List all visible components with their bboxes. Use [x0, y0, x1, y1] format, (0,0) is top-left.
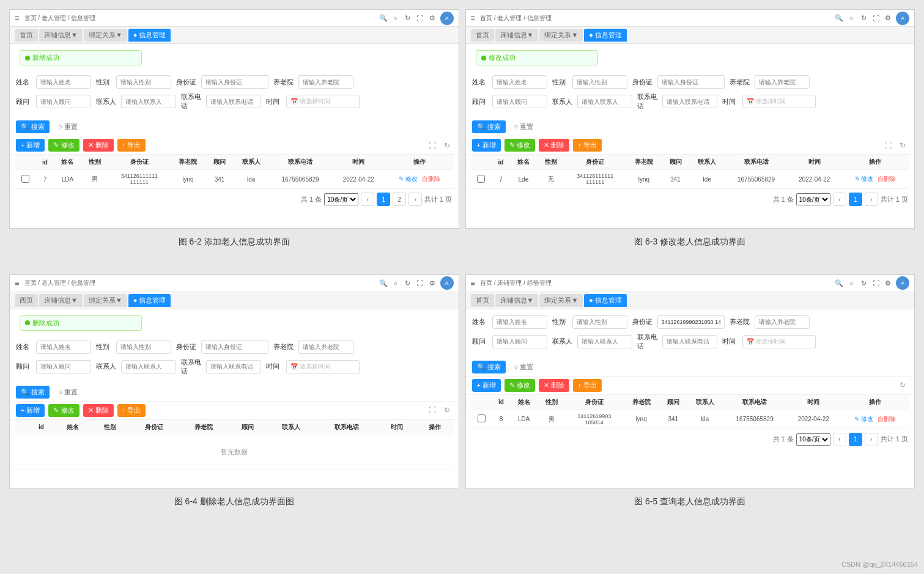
avatar-4[interactable]: A	[896, 276, 909, 290]
tab-bed-2[interactable]: 床铺信息▼	[495, 29, 539, 42]
refresh-table-icon-4[interactable]: ↻	[897, 380, 908, 391]
input-idcard-2[interactable]	[657, 75, 725, 89]
per-page-select-4[interactable]: 10条/页	[796, 433, 830, 446]
refresh-table-icon-3[interactable]: ↻	[442, 405, 453, 416]
op-edit-2-1[interactable]: ✎ 修改	[855, 175, 874, 182]
btn-export-4[interactable]: ↑ 导出	[573, 379, 602, 392]
tab-info-3[interactable]: ● 信息管理	[128, 294, 171, 307]
refresh-table-icon-1[interactable]: ↻	[442, 140, 453, 151]
btn-edit-1[interactable]: ✎ 修改	[48, 139, 79, 152]
input-nursing-2[interactable]	[755, 75, 810, 89]
input-phone-3[interactable]	[206, 360, 261, 373]
input-gender-2[interactable]	[572, 75, 627, 89]
op-delete-1-1[interactable]: 自删除	[422, 175, 440, 182]
input-gender-1[interactable]	[116, 75, 171, 89]
bell-icon-3[interactable]: ○	[391, 279, 400, 287]
search-icon-4[interactable]: 🔍	[835, 279, 843, 287]
search-icon-1[interactable]: 🔍	[379, 14, 388, 23]
input-consultant-2[interactable]	[492, 95, 547, 108]
btn-search-1[interactable]: 🔍 搜索	[16, 120, 50, 133]
btn-export-1[interactable]: ↑ 导出	[117, 139, 146, 152]
input-name-4[interactable]	[492, 315, 547, 329]
page-next-2[interactable]: ›	[865, 193, 878, 206]
input-phone-4[interactable]	[662, 335, 717, 348]
search-icon-3[interactable]: 🔍	[379, 279, 388, 287]
menu-icon-2[interactable]: ≡	[471, 13, 476, 23]
tab-info-4[interactable]: ● 信息管理	[584, 294, 627, 307]
btn-export-2[interactable]: ↑ 导出	[573, 139, 602, 152]
input-idcard-4[interactable]	[657, 315, 725, 329]
avatar-2[interactable]: A	[896, 12, 909, 25]
btn-add-3[interactable]: + 新增	[16, 404, 45, 417]
btn-add-4[interactable]: + 新增	[472, 379, 501, 392]
tab-home-3[interactable]: 西页	[15, 294, 38, 307]
refresh-icon-4[interactable]: ↻	[859, 279, 868, 287]
btn-export-3[interactable]: ↑ 导出	[117, 404, 146, 417]
op-edit-1-1[interactable]: ✎ 修改	[399, 175, 418, 182]
input-time-1[interactable]: 📅 请选择时间	[286, 95, 360, 108]
input-consultant-3[interactable]	[36, 360, 91, 373]
btn-add-1[interactable]: + 新增	[16, 139, 45, 152]
input-nursing-1[interactable]	[298, 75, 353, 89]
page-num-1-1[interactable]: 1	[377, 193, 390, 206]
refresh-icon-1[interactable]: ↻	[404, 14, 412, 23]
page-next-1[interactable]: ›	[408, 193, 422, 206]
page-num-1-2[interactable]: 2	[393, 193, 406, 206]
avatar-3[interactable]: A	[440, 276, 454, 290]
btn-delete-1[interactable]: ✕ 删除	[83, 139, 114, 152]
btn-edit-4[interactable]: ✎ 修改	[505, 379, 535, 392]
input-nursing-4[interactable]	[755, 315, 810, 329]
page-next-4[interactable]: ›	[865, 433, 878, 446]
btn-add-2[interactable]: + 新增	[472, 139, 501, 152]
btn-search-2[interactable]: 🔍 搜索	[472, 120, 506, 133]
tab-info-1[interactable]: ● 信息管理	[128, 29, 171, 42]
fullscreen-table-icon-3[interactable]: ⛶	[427, 405, 438, 416]
avatar-1[interactable]: A	[440, 12, 454, 25]
page-prev-4[interactable]: ‹	[833, 433, 846, 446]
settings-icon-1[interactable]: ⚙	[428, 14, 437, 23]
menu-icon-3[interactable]: ≡	[15, 279, 20, 288]
search-icon-2[interactable]: 🔍	[835, 14, 843, 23]
input-time-2[interactable]: 📅 请选择时间	[742, 95, 816, 108]
btn-reset-4[interactable]: ○ 重置	[509, 361, 539, 373]
bell-icon-2[interactable]: ○	[847, 14, 856, 23]
menu-icon-4[interactable]: ≡	[471, 279, 476, 288]
menu-icon-1[interactable]: ≡	[15, 13, 20, 23]
input-consultant-1[interactable]	[36, 95, 91, 108]
input-phone-1[interactable]	[206, 95, 261, 108]
op-delete-4-1[interactable]: 自删除	[878, 416, 896, 422]
input-name-2[interactable]	[492, 75, 547, 89]
tab-home-2[interactable]: 首页	[471, 29, 494, 42]
tab-home-4[interactable]: 首页	[471, 294, 494, 307]
settings-icon-2[interactable]: ⚙	[884, 14, 892, 23]
btn-reset-3[interactable]: ○ 重置	[53, 386, 83, 399]
btn-edit-3[interactable]: ✎ 修改	[48, 404, 79, 417]
tab-bed-1[interactable]: 床铺信息▼	[39, 29, 83, 42]
input-name-1[interactable]	[36, 75, 91, 89]
page-prev-1[interactable]: ‹	[361, 193, 374, 206]
refresh-icon-2[interactable]: ↻	[859, 14, 868, 23]
input-idcard-1[interactable]	[201, 75, 268, 89]
input-contact-1[interactable]	[121, 95, 176, 108]
btn-search-4[interactable]: 🔍 搜索	[472, 361, 506, 373]
tab-bind-4[interactable]: 绑定关系▼	[539, 294, 583, 307]
input-nursing-3[interactable]	[298, 340, 353, 354]
fullscreen-icon-2[interactable]: ⛶	[871, 14, 880, 23]
btn-delete-3[interactable]: ✕ 删除	[83, 404, 114, 417]
input-time-4[interactable]: 📅 请选择时间	[742, 335, 816, 348]
input-gender-4[interactable]	[572, 315, 627, 329]
settings-icon-3[interactable]: ⚙	[428, 279, 437, 287]
settings-icon-4[interactable]: ⚙	[884, 279, 892, 287]
op-edit-4-1[interactable]: ✎ 修改	[854, 416, 873, 422]
input-phone-2[interactable]	[662, 95, 717, 108]
input-contact-3[interactable]	[121, 360, 176, 373]
fullscreen-icon-1[interactable]: ⛶	[416, 14, 424, 23]
page-prev-2[interactable]: ‹	[833, 193, 846, 206]
tab-bed-4[interactable]: 床铺信息▼	[495, 294, 539, 307]
td-checkbox-4-1[interactable]	[471, 410, 492, 429]
td-checkbox-2-1[interactable]	[471, 170, 492, 189]
refresh-table-icon-2[interactable]: ↻	[897, 140, 908, 151]
page-num-4-1[interactable]: 1	[849, 433, 862, 446]
tab-bind-2[interactable]: 绑定关系▼	[539, 29, 583, 42]
tab-bed-3[interactable]: 床铺信息▼	[39, 294, 83, 307]
